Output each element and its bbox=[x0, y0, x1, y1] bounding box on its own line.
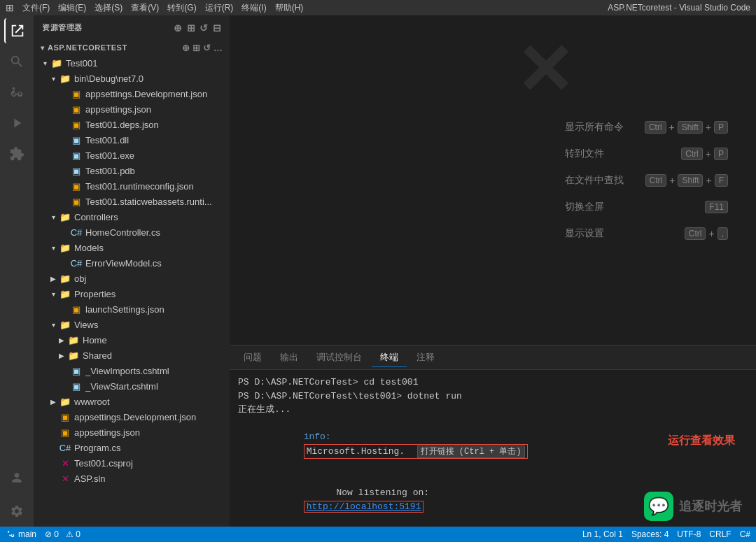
label-obj: obj bbox=[74, 273, 86, 284]
kbd-ctrl-3: Ctrl bbox=[645, 174, 667, 187]
label-shared: Shared bbox=[83, 350, 112, 361]
kbd-shift-2: Shift bbox=[678, 174, 703, 187]
tab-terminal[interactable]: 终端 bbox=[372, 348, 407, 367]
tree-item-program[interactable]: C# Program.cs bbox=[34, 440, 230, 455]
tree-item-viewimports[interactable]: ▣ _ViewImports.cshtml bbox=[34, 363, 230, 378]
extensions-activity-icon[interactable] bbox=[4, 141, 29, 166]
menu-bar-items: ⊞ 文件(F) 编辑(E) 选择(S) 查看(V) 转到(G) 运行(R) 终端… bbox=[6, 2, 303, 14]
json-icon-a2: ▣ bbox=[59, 426, 71, 438]
tree-item-csproj[interactable]: ✕ Test001.csproj bbox=[34, 455, 230, 471]
menu-help[interactable]: 帮助(H) bbox=[275, 2, 304, 14]
tree-item-wwwroot[interactable]: ▶ 📁 wwwroot bbox=[34, 394, 230, 409]
new-folder-btn[interactable]: ⊞ bbox=[191, 43, 202, 53]
tree-item-pdb[interactable]: ▣ Test001.pdb bbox=[34, 163, 230, 178]
label-runtimeconfig: Test001.runtimeconfig.json bbox=[85, 181, 194, 192]
tree-item-homecontroller[interactable]: C# HomeController.cs bbox=[34, 224, 230, 240]
label-staticweb: Test001.staticwebassets.runti... bbox=[85, 197, 212, 207]
status-branch[interactable]: main bbox=[6, 529, 36, 539]
account-activity-icon[interactable] bbox=[4, 465, 29, 490]
status-branch-label: main bbox=[18, 529, 36, 539]
cmd-row-find-in-files: 在文件中查找 Ctrl + Shift + F bbox=[565, 174, 728, 187]
tree-item-controllers[interactable]: ▾ 📁 Controllers bbox=[34, 209, 230, 224]
chevron-shared: ▶ bbox=[56, 352, 67, 359]
tab-comments[interactable]: 注释 bbox=[408, 348, 443, 367]
tree-item-test001[interactable]: ▾ 📁 Test001 bbox=[34, 55, 230, 71]
cmd-shortcut-settings: Ctrl + , bbox=[685, 227, 728, 240]
menu-goto[interactable]: 转到(G) bbox=[167, 2, 196, 14]
kbd-shift: Shift bbox=[678, 121, 703, 134]
tree-item-dll[interactable]: ▣ Test001.dll bbox=[34, 132, 230, 148]
tooltip-text: 打开链接 (Ctrl + 单击) bbox=[417, 445, 525, 458]
tree-item-appsettings2[interactable]: ▣ appsettings.json bbox=[34, 425, 230, 440]
content-area: ✕ 显示所有命令 Ctrl + Shift + P 转到文件 Ct bbox=[230, 15, 756, 527]
new-file-icon[interactable]: ⊕ bbox=[174, 22, 183, 34]
cshtml-icon-vs: ▣ bbox=[70, 380, 83, 392]
menu-view[interactable]: 查看(V) bbox=[131, 2, 159, 14]
more-btn[interactable]: … bbox=[212, 43, 224, 53]
tab-output[interactable]: 输出 bbox=[272, 348, 307, 367]
menu-run[interactable]: 运行(R) bbox=[205, 2, 234, 14]
files-activity-icon[interactable] bbox=[4, 18, 29, 43]
status-errors[interactable]: ⊘ 0 ⚠ 0 bbox=[45, 529, 80, 539]
terminal-annotation: 运行查看效果 bbox=[668, 433, 735, 448]
term-prompt-1: PS D:\ASP.NETCoreTest> cd test001 bbox=[238, 377, 418, 387]
collapse-icon[interactable]: ⊟ bbox=[213, 22, 222, 34]
refresh-btn[interactable]: ↺ bbox=[202, 43, 212, 53]
new-file-btn[interactable]: ⊕ bbox=[181, 43, 191, 53]
tab-debug-console[interactable]: 调试控制台 bbox=[308, 348, 370, 367]
tab-problems[interactable]: 问题 bbox=[235, 348, 270, 367]
tree-root[interactable]: ▾ ASP.NETCORETEST ⊕ ⊞ ↺ … bbox=[34, 40, 230, 55]
tree-item-properties[interactable]: ▾ 📁 Properties bbox=[34, 286, 230, 301]
refresh-icon[interactable]: ↺ bbox=[200, 22, 209, 34]
label-models: Models bbox=[74, 243, 104, 253]
tree-item-shared[interactable]: ▶ 📁 Shared bbox=[34, 348, 230, 363]
tree-item-launchsettings[interactable]: ▣ launchSettings.json bbox=[34, 301, 230, 317]
cmd-row-fullscreen: 切换全屏 F11 bbox=[565, 201, 728, 213]
cmd-shortcut-show-all: Ctrl + Shift + P bbox=[645, 121, 728, 134]
tree-item-appsettings[interactable]: ▣ appsettings.json bbox=[34, 101, 230, 117]
json-icon-1: ▣ bbox=[70, 87, 83, 100]
main-area: 资源管理器 ⊕ ⊞ ↺ ⊟ ▾ ASP.NETCORETEST ⊕ ⊞ ↺ … bbox=[0, 15, 756, 527]
tree-item-home[interactable]: ▶ 📁 Home bbox=[34, 332, 230, 348]
menu-select[interactable]: 选择(S) bbox=[94, 2, 122, 14]
label-viewimports: _ViewImports.cshtml bbox=[85, 366, 169, 376]
settings-activity-icon[interactable] bbox=[4, 499, 29, 524]
status-language[interactable]: C# bbox=[740, 529, 750, 539]
source-control-activity-icon[interactable] bbox=[4, 80, 29, 105]
json-icon-5: ▣ bbox=[70, 195, 83, 208]
status-ln-col: Ln 1, Col 1 bbox=[582, 529, 623, 539]
tree-item-models[interactable]: ▾ 📁 Models bbox=[34, 240, 230, 255]
sidebar: 资源管理器 ⊕ ⊞ ↺ ⊟ ▾ ASP.NETCORETEST ⊕ ⊞ ↺ … bbox=[34, 15, 230, 527]
tree-item-exe[interactable]: ▣ Test001.exe bbox=[34, 148, 230, 163]
menu-edit[interactable]: 编辑(E) bbox=[58, 2, 86, 14]
chevron-properties: ▾ bbox=[48, 290, 59, 298]
chevron-obj: ▶ bbox=[48, 275, 59, 283]
tree-item-runtimeconfig[interactable]: ▣ Test001.runtimeconfig.json bbox=[34, 178, 230, 194]
tree-item-viewstart[interactable]: ▣ _ViewStart.cshtml bbox=[34, 378, 230, 394]
tree-item-staticweb[interactable]: ▣ Test001.staticwebassets.runti... bbox=[34, 194, 230, 209]
tree-item-deps[interactable]: ▣ Test001.deps.json bbox=[34, 117, 230, 132]
menu-terminal[interactable]: 终端(I) bbox=[241, 2, 266, 14]
status-line-ending[interactable]: CRLF bbox=[709, 529, 731, 539]
tree-item-bin[interactable]: ▾ 📁 bin\Debug\net7.0 bbox=[34, 71, 230, 86]
status-encoding[interactable]: UTF-8 bbox=[677, 529, 701, 539]
term-info-label-1: info: bbox=[304, 432, 337, 442]
watermark: 💬 追逐时光者 bbox=[644, 492, 742, 521]
new-folder-icon[interactable]: ⊞ bbox=[187, 22, 196, 34]
tree-item-errorviewmodel[interactable]: C# ErrorViewModel.cs bbox=[34, 255, 230, 271]
folder-icon-views: 📁 bbox=[59, 318, 71, 331]
cmd-label-goto-file: 转到文件 bbox=[565, 148, 604, 160]
search-activity-icon[interactable] bbox=[4, 49, 29, 74]
status-spaces[interactable]: Spaces: 4 bbox=[631, 529, 668, 539]
tree-item-views[interactable]: ▾ 📁 Views bbox=[34, 317, 230, 332]
cmd-label-show-all: 显示所有命令 bbox=[565, 121, 624, 134]
tree-item-appsettings-dev[interactable]: ▣ appsettings.Development.json bbox=[34, 86, 230, 101]
tree-item-sln[interactable]: ✕ ASP.sln bbox=[34, 471, 230, 486]
menu-file[interactable]: 文件(F) bbox=[22, 2, 50, 14]
tree-item-obj[interactable]: ▶ 📁 obj bbox=[34, 271, 230, 286]
run-activity-icon[interactable] bbox=[4, 110, 29, 136]
term-url[interactable]: http://localhost:5191 bbox=[304, 501, 424, 513]
label-appsettings-dev2: appsettings.Development.json bbox=[74, 412, 196, 422]
tree-item-appsettings-dev2[interactable]: ▣ appsettings.Development.json bbox=[34, 409, 230, 425]
cmd-label-find-in-files: 在文件中查找 bbox=[565, 174, 624, 187]
